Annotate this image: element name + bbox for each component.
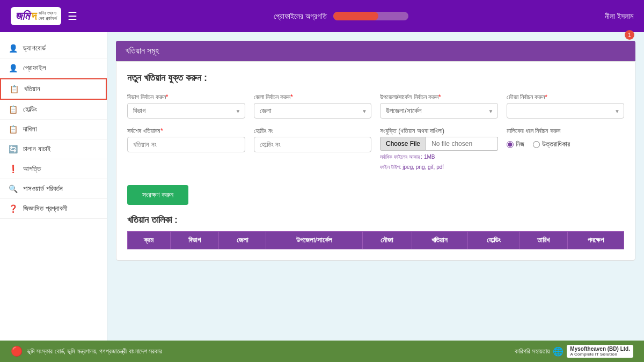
mouza-label: মৌজা নির্বাচন করুন* [507, 93, 625, 101]
sidebar-item-profile[interactable]: 👤 প্রোফাইল [0, 58, 107, 78]
company-icon: 🌐 [553, 346, 564, 357]
radio-inherit[interactable] [533, 141, 540, 148]
district-label: জেলা নির্বাচন করুন* [254, 93, 372, 101]
password-icon: 🔍 [9, 184, 18, 193]
sidebar-item-dakhila[interactable]: 📋 দাখিলা [0, 120, 107, 139]
khatian-no-label: সর্বশেষ খতিয়ানম* [127, 127, 245, 135]
footer: 🔴 ভূমি সংস্কার বোর্ড, ভূমি মন্ত্রণালয়, … [0, 341, 644, 362]
logo-subtitle: জমির তথ্য ও সেবা প্ল্যাটফর্ম [39, 11, 57, 21]
content-card: নতুন খতিয়ান যুক্ত করুন : বিভাগ নির্বাচন… [116, 61, 635, 261]
file-upload-group: সংযুক্তি (খতিয়ান অথবা দাখিলা) Choose Fi… [380, 127, 498, 171]
th-action: পদক্ষেপ [568, 232, 624, 249]
logo-text: জমি [15, 9, 30, 23]
district-select-wrapper: জেলা [254, 103, 372, 119]
radio-self[interactable] [507, 141, 514, 148]
notification-badge[interactable]: 1 [625, 30, 634, 40]
main-layout: 👤 ড্যাশবোর্ড 👤 প্রোফাইল 📋 খতিয়ান 📋 হোল্… [0, 32, 644, 341]
file-no-chosen-label: No file chosen [426, 137, 497, 151]
file-choose-button[interactable]: Choose File [380, 137, 426, 151]
hamburger-icon[interactable]: ☰ [68, 10, 77, 23]
footer-right-label: কারিগরি সহায়তায় [515, 348, 550, 355]
division-select-wrapper: বিভাগ [127, 103, 245, 119]
division-label: বিভাগ নির্বাচন করুন* [127, 93, 245, 101]
radio-self-text: নিজ [516, 140, 524, 149]
sidebar-label-apaati: আপত্তি [23, 165, 41, 173]
company-name: Mysoftheaven (BD) Ltd. [570, 346, 630, 352]
division-select[interactable]: বিভাগ [127, 103, 245, 119]
district-select[interactable]: জেলা [254, 103, 372, 119]
progress-fill [333, 12, 378, 20]
add-section-title: নতুন খতিয়ান যুক্ত করুন : [127, 72, 624, 84]
owner-type-label: মালিকের ধরন নির্বাচন করুন [507, 127, 625, 135]
upazila-select-wrapper: উপজেলা/সার্কেল [380, 103, 498, 119]
th-mouza: মৌজা [362, 232, 412, 249]
user-name[interactable]: নীলা ইসলাম [605, 12, 633, 21]
page-title: খতিয়ান সমূহ [126, 46, 159, 55]
content-area: খতিয়ান সমূহ নতুন খতিয়ান যুক্ত করুন : ব… [107, 32, 644, 341]
radio-self-label[interactable]: নিজ [507, 140, 524, 149]
sidebar-item-faq[interactable]: ❓ জিজ্ঞাসিত প্রশ্নাবলী [0, 199, 107, 219]
chalaan-icon: 🔄 [9, 145, 18, 153]
th-khatian: খতিয়ান [412, 232, 467, 249]
th-date: তারিখ [519, 232, 568, 249]
form-row-2: সর্বশেষ খতিয়ানম* হোল্ডিং নং সংযুক্তি (খ… [127, 127, 624, 171]
holding-icon: 📋 [9, 105, 18, 114]
sidebar-label-chalaan: চালান যাচাই [23, 145, 51, 153]
th-krom: ক্রম [128, 232, 171, 249]
sidebar-item-khatian[interactable]: 📋 খতিয়ান [0, 78, 107, 100]
sidebar-label-khatian: খতিয়ান [24, 85, 40, 93]
khatian-table: ক্রম বিভাগ জেলা উপজেলা/সার্কেল মৌজা খতিয… [127, 231, 624, 249]
dakhila-icon: 📋 [9, 125, 18, 134]
mouza-select[interactable] [507, 103, 625, 119]
upazila-select[interactable]: উপজেলা/সার্কেল [380, 103, 498, 119]
sidebar-label-profile: প্রোফাইল [23, 64, 46, 72]
company-logo: Mysoftheaven (BD) Ltd. A Complete IT Sol… [567, 345, 633, 358]
table-header-row: ক্রম বিভাগ জেলা উপজেলা/সার্কেল মৌজা খতিয… [128, 232, 624, 249]
radio-group: নিজ উত্তরাধিকার [507, 137, 625, 149]
sidebar-label-dakhila: দাখিলা [23, 125, 37, 134]
progress-label: প্রোফাইলের অগ্রগতি [274, 12, 327, 21]
district-required: * [290, 93, 293, 101]
th-jela: জেলা [218, 232, 266, 249]
sidebar-label-dashboard: ড্যাশবোর্ড [23, 44, 46, 53]
sidebar-label-holding: হোল্ডিং [23, 105, 37, 114]
sidebar-item-dashboard[interactable]: 👤 ড্যাশবোর্ড [0, 39, 107, 58]
sidebar-item-holding[interactable]: 📋 হোল্ডিং [0, 100, 107, 120]
logo[interactable]: জমি দ জমির তথ্য ও সেবা প্ল্যাটফর্ম [11, 7, 61, 25]
sidebar-label-faq: জিজ্ঞাসিত প্রশ্নাবলী [23, 204, 67, 213]
header-left: জমি দ জমির তথ্য ও সেবা প্ল্যাটফর্ম ☰ [11, 7, 77, 25]
sidebar-item-password[interactable]: 🔍 পাসওয়ার্ড পরিবর্তন [0, 179, 107, 199]
khatian-no-required: * [160, 127, 163, 135]
apaati-icon: ❗ [9, 165, 18, 173]
upazila-label: উপজেলা/সার্কেল নির্বাচন করুন* [380, 93, 498, 101]
profile-icon: 👤 [9, 64, 18, 72]
division-group: বিভাগ নির্বাচন করুন* বিভাগ [127, 93, 245, 119]
sidebar-label-password: পাসওয়ার্ড পরিবর্তন [23, 184, 63, 193]
sidebar-item-apaati[interactable]: ❗ আপত্তি [0, 159, 107, 179]
header-center: প্রোফাইলের অগ্রগতি ৬০% [274, 12, 408, 21]
mouza-select-wrapper [507, 103, 625, 119]
form-row-1: বিভাগ নির্বাচন করুন* বিভাগ জেলা নির্বাচন… [127, 93, 624, 119]
sidebar: 👤 ড্যাশবোর্ড 👤 প্রোফাইল 📋 খতিয়ান 📋 হোল্… [0, 32, 107, 341]
page-title-bar: খতিয়ান সমূহ [116, 41, 635, 61]
th-holding: হোল্ডিং [468, 232, 519, 249]
logo-d: দ [32, 9, 36, 23]
file-size-hint: সর্বাধিক ফাইলের আকার : 1MB [380, 153, 498, 161]
submit-button[interactable]: সংরক্ষণ করুন [127, 185, 188, 205]
holding-no-input[interactable] [254, 137, 372, 152]
mouza-group: মৌজা নির্বাচন করুন* [507, 93, 625, 119]
file-label: সংযুক্তি (খতিয়ান অথবা দাখিলা) [380, 127, 498, 135]
mouza-required: * [545, 93, 547, 101]
district-group: জেলা নির্বাচন করুন* জেলা [254, 93, 372, 119]
khatian-no-input[interactable] [127, 137, 245, 152]
radio-inherit-label[interactable]: উত্তরাধিকার [533, 140, 570, 149]
holding-no-label: হোল্ডিং নং [254, 127, 372, 135]
owner-type-group: মালিকের ধরন নির্বাচন করুন নিজ উত্তরাধিকা… [507, 127, 625, 171]
footer-text: ভূমি সংস্কার বোর্ড, ভূমি মন্ত্রণালয়, গণ… [27, 348, 162, 355]
holding-no-group: হোল্ডিং নং [254, 127, 372, 171]
footer-right: কারিগরি সহায়তায় 🌐 Mysoftheaven (BD) Lt… [515, 345, 633, 358]
sidebar-item-chalaan[interactable]: 🔄 চালান যাচাই [0, 139, 107, 159]
radio-inherit-text: উত্তরাধিকার [542, 140, 570, 149]
header: জমি দ জমির তথ্য ও সেবা প্ল্যাটফর্ম ☰ প্র… [0, 0, 644, 32]
table-title: খতিয়ান তালিকা : [127, 215, 624, 226]
